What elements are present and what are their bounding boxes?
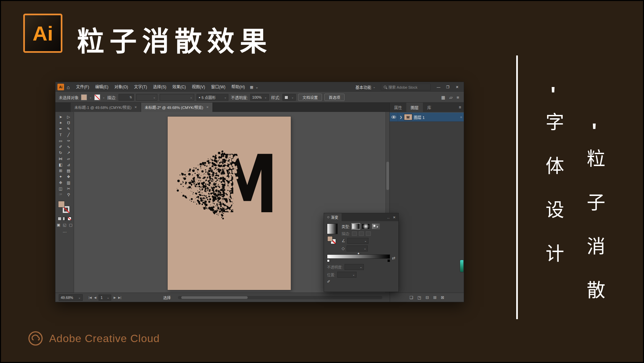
menu-item-1[interactable]: 编辑(E) xyxy=(92,82,111,92)
linear-gradient-button[interactable] xyxy=(352,224,360,229)
paintbrush-tool[interactable]: ✑ xyxy=(65,138,73,144)
align-panel-icon[interactable]: ▦ xyxy=(441,95,445,100)
stroke-gradient-along-button[interactable] xyxy=(359,231,364,236)
edit-toolbar-icon[interactable]: ⋯ xyxy=(63,230,67,234)
curvature-tool[interactable]: ✎ xyxy=(65,126,73,132)
brush-definition-dropdown[interactable]: ⌄ xyxy=(160,94,194,101)
gradient-stop-black[interactable] xyxy=(387,259,390,262)
type-tool[interactable]: T xyxy=(57,132,65,138)
rotate-tool[interactable]: ↻ xyxy=(57,150,65,156)
variable-width-dropdown[interactable]: ⌄ xyxy=(136,94,157,101)
menu-item-0[interactable]: 文件(F) xyxy=(73,82,92,92)
blend-tool[interactable]: ❖ xyxy=(65,174,73,180)
stop-opacity-dropdown[interactable]: ⌄ xyxy=(345,264,364,270)
visibility-eye-icon[interactable] xyxy=(391,116,396,119)
stock-search-input[interactable]: 搜索 Adobe Stock xyxy=(381,84,431,90)
zoom-level-dropdown[interactable]: 49.68% ⌄ xyxy=(59,294,83,301)
shaper-tool[interactable]: ∿ xyxy=(65,144,73,150)
arrange-documents-icon[interactable]: ▦ xyxy=(250,85,253,89)
workspace-switcher[interactable]: 基本功能 ⌄ xyxy=(353,84,377,90)
gradient-button[interactable] xyxy=(63,217,66,221)
screen-mode-icon[interactable]: ▢ xyxy=(69,223,72,227)
radial-gradient-button[interactable] xyxy=(362,224,370,229)
fill-proxy-swatch[interactable] xyxy=(58,201,65,208)
gradient-tool[interactable]: ▤ xyxy=(65,168,73,174)
document-tab-2[interactable]: 未标题-2* @ 49.68% (CMYK/预览) ✕ xyxy=(141,103,213,112)
reverse-gradient-icon[interactable]: ⇄ xyxy=(392,256,395,260)
style-dropdown[interactable]: ⌄ xyxy=(282,94,296,101)
artboard[interactable]: M xyxy=(168,117,291,290)
menu-item-8[interactable]: 帮助(H) xyxy=(228,82,248,92)
fill-stroke-proxy[interactable] xyxy=(57,200,72,216)
document-tab-1[interactable]: 未标题-1 @ 49.68% (CMYK/预览) ✕ xyxy=(71,103,141,112)
line-segment-tool[interactable]: ╱ xyxy=(65,132,73,138)
scale-tool[interactable]: ↗ xyxy=(65,150,73,156)
gradient-panel-header[interactable]: 渐变 ‥ ✕ xyxy=(324,213,398,221)
gradient-aspect-dropdown[interactable]: ⌄ xyxy=(347,245,368,251)
delete-layer-icon[interactable]: ⊠ xyxy=(441,295,444,300)
clipping-mask-icon[interactable]: ◳ xyxy=(418,295,421,300)
symbol-sprayer-tool[interactable]: ❉ xyxy=(57,180,65,186)
perspective-grid-tool[interactable]: ⊿ xyxy=(65,162,73,168)
restore-button[interactable]: ❐ xyxy=(443,82,452,92)
column-graph-tool[interactable]: ▥ xyxy=(65,180,73,186)
panel-options-icon[interactable]: ≡ xyxy=(456,95,459,100)
gradient-slider[interactable]: ◆ xyxy=(327,254,390,262)
rectangle-tool[interactable]: ▭ xyxy=(57,138,65,144)
free-transform-tool[interactable]: ▱ xyxy=(65,156,73,162)
slice-tool[interactable]: ✂ xyxy=(65,186,73,192)
stroke-weight-stepper[interactable]: ⇅ xyxy=(119,94,134,101)
opacity-dropdown[interactable]: 100% ⌄ xyxy=(250,94,269,101)
artboard-number-dropdown[interactable]: 1 ⌄ xyxy=(99,295,111,301)
document-setup-button[interactable]: 文档设置 xyxy=(298,94,322,101)
fill-color-swatch[interactable] xyxy=(81,94,87,100)
gradient-stop-white[interactable] xyxy=(327,259,330,262)
gradient-preview-swatch[interactable] xyxy=(327,224,338,234)
artboard-tool[interactable]: ◫ xyxy=(57,186,65,192)
close-button[interactable]: ✕ xyxy=(452,82,462,92)
draw-behind-icon[interactable]: ◱ xyxy=(63,223,66,227)
menu-item-3[interactable]: 文字(T) xyxy=(131,82,150,92)
none-button[interactable] xyxy=(68,217,71,221)
pencil-tool[interactable]: ✐ xyxy=(57,144,65,150)
stroke-gradient-within-button[interactable] xyxy=(352,231,357,236)
gradient-panel-tab[interactable]: 渐变 xyxy=(324,213,342,221)
mesh-tool[interactable]: ⊞ xyxy=(57,168,65,174)
expand-icon[interactable]: ❯ xyxy=(400,116,402,119)
color-button[interactable] xyxy=(58,217,61,221)
brush-shape-dropdown[interactable]: ● 5 点圆形 ⌄ xyxy=(197,94,228,101)
minimize-button[interactable]: — xyxy=(434,82,443,92)
gradient-angle-dropdown[interactable]: ⌄ xyxy=(347,238,368,244)
menu-item-2[interactable]: 对象(O) xyxy=(111,82,131,92)
lasso-tool[interactable]: ℧ xyxy=(65,120,73,126)
new-sublayer-icon[interactable]: ⊟ xyxy=(426,295,429,300)
tab-libraries[interactable]: 库 xyxy=(423,103,436,112)
layer-thumbnail[interactable]: M xyxy=(404,114,412,120)
panel-menu-icon[interactable]: ≡ xyxy=(456,103,464,112)
stroke-color-swatch[interactable] xyxy=(94,94,100,100)
next-artboard-icon[interactable]: ▶ xyxy=(114,296,116,299)
zoom-tool[interactable]: ⚲ xyxy=(65,192,73,198)
menu-item-4[interactable]: 选择(S) xyxy=(150,82,169,92)
last-artboard-icon[interactable]: ▶| xyxy=(118,296,121,299)
gradient-fill-stroke-proxy[interactable] xyxy=(327,236,338,245)
tab-layers[interactable]: 图层 xyxy=(406,103,423,112)
menu-item-6[interactable]: 视图(V) xyxy=(189,82,208,92)
width-tool[interactable]: ⋈ xyxy=(57,156,65,162)
scrollbar-thumb[interactable] xyxy=(386,162,389,190)
app-icon[interactable]: Ai xyxy=(57,84,64,90)
new-layer-icon[interactable]: ⊞ xyxy=(433,295,437,300)
layer-name[interactable]: 图层 1 xyxy=(414,115,425,120)
close-icon[interactable]: ✕ xyxy=(134,106,137,109)
previous-artboard-icon[interactable]: ◀ xyxy=(94,296,96,299)
layer-row[interactable]: ❯ M 图层 1 ○ xyxy=(390,113,464,122)
horizontal-scrollbar[interactable] xyxy=(178,296,382,299)
collapse-icon[interactable]: ‥ xyxy=(387,215,389,220)
collapsed-panel-strip[interactable] xyxy=(460,260,463,272)
link-layers-icon[interactable]: ❏ xyxy=(410,295,413,300)
gradient-bar[interactable] xyxy=(327,254,390,259)
selection-tool[interactable]: ➤ xyxy=(57,114,65,120)
pen-tool[interactable]: ✒ xyxy=(57,126,65,132)
eyedropper-tool[interactable]: ✦ xyxy=(57,174,65,180)
freeform-gradient-button[interactable] xyxy=(372,224,380,229)
